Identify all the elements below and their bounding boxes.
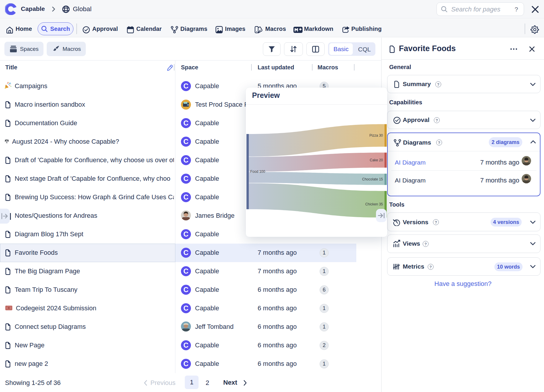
svg-text:Chocolate 15: Chocolate 15: [362, 177, 383, 181]
svg-text:Cake 20: Cake 20: [370, 158, 383, 162]
svg-text:Food 100: Food 100: [250, 170, 265, 174]
svg-text:Chicken 35: Chicken 35: [365, 202, 383, 206]
svg-text:Pizza 30: Pizza 30: [369, 133, 383, 138]
